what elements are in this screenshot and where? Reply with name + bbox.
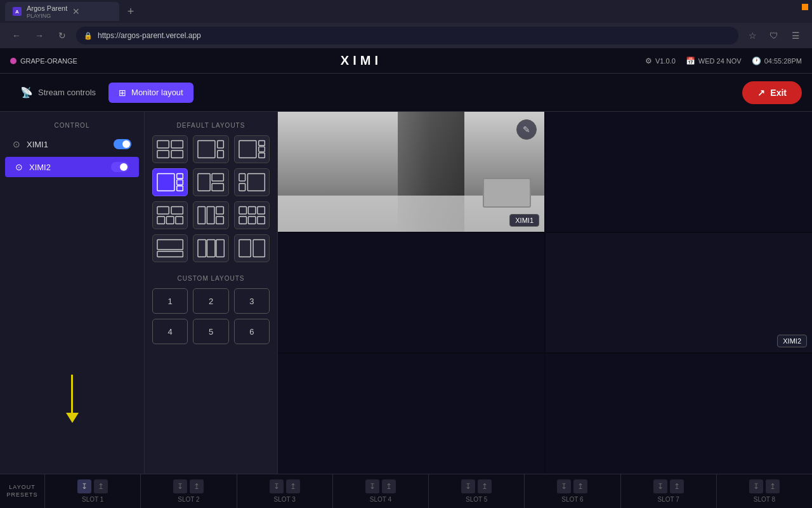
custom-layout-4[interactable]: 4 xyxy=(152,319,188,344)
device-name-ximi2: XIMI2 xyxy=(29,163,105,172)
refresh-button[interactable]: ↻ xyxy=(53,27,71,44)
slot7-upload-button[interactable]: ↥ xyxy=(670,479,684,493)
svg-rect-25 xyxy=(176,217,183,224)
layout-icon: ⊞ xyxy=(119,88,126,98)
close-tab-button[interactable]: ✕ xyxy=(72,7,80,16)
slot4-download-button[interactable]: ↧ xyxy=(365,479,379,493)
slot-group-8: ↧ ↥ SLOT 8 xyxy=(716,474,812,508)
forward-button[interactable]: → xyxy=(30,27,48,44)
browser-nav: ← → ↻ 🔒 https://argos-parent.vercel.app … xyxy=(0,23,812,48)
svg-rect-9 xyxy=(258,147,265,152)
slot1-actions: ↧ ↥ xyxy=(77,479,108,493)
stream-controls-button[interactable]: 📡 Stream controls xyxy=(10,81,106,104)
slot1-upload-button[interactable]: ↥ xyxy=(94,479,108,493)
slot6-download-button[interactable]: ↧ xyxy=(557,479,571,493)
svg-rect-34 xyxy=(248,217,256,224)
slot6-actions: ↧ ↥ xyxy=(557,479,587,493)
layout-btn-2[interactable] xyxy=(193,135,228,163)
time-display: 🕐 04:55:28PM xyxy=(752,57,802,65)
svg-rect-10 xyxy=(258,153,265,158)
address-bar[interactable]: 🔒 https://argos-parent.vercel.app xyxy=(76,27,738,44)
slot8-upload-button[interactable]: ↥ xyxy=(766,479,780,493)
exit-button[interactable]: ↗ Exit xyxy=(742,81,802,104)
back-button[interactable]: ← xyxy=(8,27,25,44)
orange-indicator xyxy=(802,4,808,10)
layout-btn-7[interactable] xyxy=(152,201,188,229)
monitor-cell-3 xyxy=(278,233,544,353)
tab-title: Argos Parent xyxy=(27,4,67,12)
layout-btn-3[interactable] xyxy=(234,135,270,163)
version-display: ⚙ V1.0.0 xyxy=(645,57,676,65)
svg-rect-32 xyxy=(257,207,265,215)
custom-layout-1[interactable]: 1 xyxy=(152,288,188,314)
cell4-device-label: XIMI2 xyxy=(777,335,807,347)
shield-button[interactable]: 🛡 xyxy=(765,27,783,44)
custom-layout-5[interactable]: 5 xyxy=(193,319,228,344)
slot3-download-button[interactable]: ↧ xyxy=(270,479,284,493)
layout-btn-5[interactable] xyxy=(193,168,228,196)
svg-rect-6 xyxy=(218,150,224,158)
layout-btn-1[interactable] xyxy=(152,135,188,163)
slot7-download-button[interactable]: ↧ xyxy=(653,479,667,493)
svg-rect-30 xyxy=(239,207,247,215)
svg-rect-23 xyxy=(157,217,165,224)
layout-btn-8[interactable] xyxy=(193,201,228,229)
slot3-upload-button[interactable]: ↥ xyxy=(286,479,300,493)
menu-button[interactable]: ☰ xyxy=(787,27,804,44)
slot1-download-button[interactable]: ↧ xyxy=(77,479,91,493)
layout-btn-9[interactable] xyxy=(234,201,270,229)
slot-group-2: ↧ ↥ SLOT 2 xyxy=(140,474,236,508)
svg-rect-36 xyxy=(157,240,183,250)
tab-favicon: A xyxy=(13,7,22,16)
slot4-upload-button[interactable]: ↥ xyxy=(382,479,396,493)
bookmark-button[interactable]: ☆ xyxy=(743,27,761,44)
stream-controls-label: Stream controls xyxy=(38,88,96,97)
svg-rect-41 xyxy=(239,240,251,257)
svg-rect-40 xyxy=(216,240,225,257)
layout-btn-6[interactable] xyxy=(234,168,270,196)
svg-rect-17 xyxy=(212,184,223,191)
default-layouts-grid xyxy=(152,135,270,262)
device-icon-ximi2: ⊙ xyxy=(15,162,23,172)
version-text: V1.0.0 xyxy=(655,57,676,65)
slot3-label: SLOT 3 xyxy=(273,496,295,503)
slot7-label: SLOT 7 xyxy=(657,496,679,503)
custom-layout-6[interactable]: 6 xyxy=(234,319,270,344)
device-toggle-ximi2[interactable] xyxy=(111,162,129,172)
svg-rect-12 xyxy=(177,174,183,179)
edit-cell1-button[interactable]: ✎ xyxy=(516,119,537,140)
custom-layout-2[interactable]: 2 xyxy=(193,288,228,314)
layout-btn-4[interactable] xyxy=(152,168,188,196)
date-text: WED 24 NOV xyxy=(698,57,742,65)
layout-btn-12[interactable] xyxy=(234,234,270,262)
app-logo: XIMI xyxy=(77,53,645,68)
new-tab-button[interactable]: + xyxy=(122,3,140,20)
svg-rect-42 xyxy=(253,240,265,257)
slot2-upload-button[interactable]: ↥ xyxy=(190,479,204,493)
slot6-upload-button[interactable]: ↥ xyxy=(573,479,587,493)
slot2-download-button[interactable]: ↧ xyxy=(173,479,187,493)
toolbar: 📡 Stream controls ⊞ Monitor layout ↗ Exi… xyxy=(0,74,812,112)
device-item-ximi2[interactable]: ⊙ XIMI2 xyxy=(5,157,139,177)
custom-layout-3[interactable]: 3 xyxy=(234,288,270,314)
slot8-download-button[interactable]: ↧ xyxy=(749,479,763,493)
slot5-upload-button[interactable]: ↥ xyxy=(478,479,492,493)
slot3-actions: ↧ ↥ xyxy=(270,479,300,493)
layout-btn-11[interactable] xyxy=(193,234,228,262)
svg-rect-5 xyxy=(218,141,224,149)
device-item-ximi1[interactable]: ⊙ XIMI1 xyxy=(3,134,141,154)
monitor-layout-button[interactable]: ⊞ Monitor layout xyxy=(108,83,193,103)
svg-rect-11 xyxy=(157,174,174,191)
exit-label: Exit xyxy=(770,88,787,98)
browser-tab[interactable]: A Argos Parent PLAYING ✕ xyxy=(5,2,119,21)
tab-subtitle: PLAYING xyxy=(27,13,67,19)
monitor-cell-4: XIMI2 xyxy=(546,233,812,353)
slot-group-6: ↧ ↥ SLOT 6 xyxy=(524,474,620,508)
grape-dot xyxy=(10,58,16,64)
device-toggle-ximi1[interactable] xyxy=(114,139,131,149)
layout-btn-10[interactable] xyxy=(152,234,188,262)
slot5-download-button[interactable]: ↧ xyxy=(461,479,475,493)
slot5-actions: ↧ ↥ xyxy=(461,479,492,493)
browser-chrome: A Argos Parent PLAYING ✕ + ← → ↻ 🔒 https… xyxy=(0,0,812,48)
control-label: CONTROL xyxy=(0,119,144,134)
